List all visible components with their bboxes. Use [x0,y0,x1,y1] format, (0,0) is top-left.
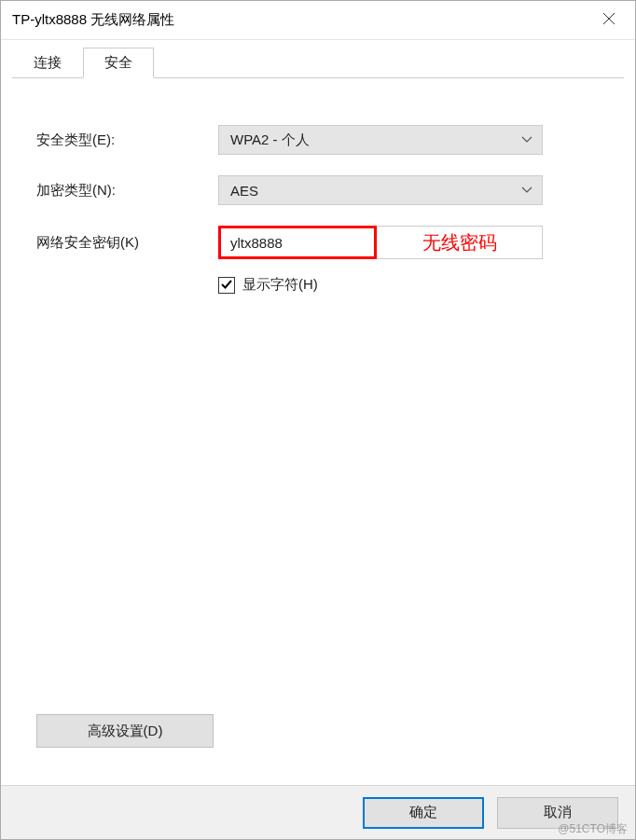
dialog-footer: 确定 取消 [1,785,635,839]
annotation-text: 无线密码 [422,230,497,255]
tab-strip: 连接 安全 [1,40,635,78]
chevron-down-icon [521,186,532,194]
show-chars-label: 显示字符(H) [242,276,318,294]
cancel-button[interactable]: 取消 [497,797,618,829]
tab-connect[interactable]: 连接 [12,48,83,78]
encryption-type-value: AES [230,183,258,199]
window-title: TP-yltx8888 无线网络属性 [12,11,174,29]
security-type-label: 安全类型(E): [36,131,218,149]
network-key-row: 网络安全密钥(K) 无线密码 [36,226,605,259]
show-chars-checkbox[interactable] [218,277,235,294]
encryption-type-label: 加密类型(N): [36,182,218,200]
close-button[interactable] [583,1,635,40]
ok-button-label: 确定 [409,804,437,821]
security-type-row: 安全类型(E): WPA2 - 个人 [36,125,605,155]
network-key-label: 网络安全密钥(K) [36,234,218,252]
advanced-settings-button[interactable]: 高级设置(D) [36,714,214,748]
annotation-box: 无线密码 [377,226,543,259]
close-icon [602,12,615,28]
checkmark-icon [220,277,233,293]
cancel-button-label: 取消 [544,804,572,821]
security-type-value: WPA2 - 个人 [230,131,310,149]
encryption-type-row: 加密类型(N): AES [36,175,605,205]
chevron-down-icon [521,136,532,144]
tab-content: 安全类型(E): WPA2 - 个人 加密类型(N): AES 网络安全密钥(K… [1,78,635,785]
network-key-input-wrap: 无线密码 [218,226,543,259]
dialog-window: TP-yltx8888 无线网络属性 连接 安全 安全类型(E): WPA2 -… [0,0,636,840]
encryption-type-dropdown[interactable]: AES [218,175,543,205]
advanced-settings-label: 高级设置(D) [88,723,163,740]
ok-button[interactable]: 确定 [363,797,484,829]
security-type-dropdown[interactable]: WPA2 - 个人 [218,125,543,155]
network-key-input[interactable] [218,226,377,259]
show-chars-row: 显示字符(H) [218,276,605,294]
tab-security[interactable]: 安全 [83,48,154,78]
titlebar: TP-yltx8888 无线网络属性 [1,1,635,40]
